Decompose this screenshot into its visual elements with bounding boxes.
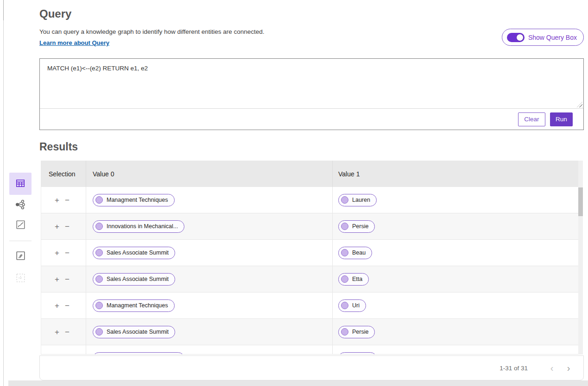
entity-label: Uri <box>352 302 360 309</box>
value1-cell: Beau <box>333 240 582 266</box>
entity-pill[interactable]: Managment Techniques <box>93 299 175 312</box>
custom-view-button <box>9 268 32 289</box>
value0-cell: Managment Techniques <box>86 187 333 213</box>
entity-dot-icon <box>95 249 103 256</box>
entity-pill[interactable]: Uri <box>338 299 366 312</box>
column-header-value1: Value 1 <box>333 161 583 187</box>
run-button[interactable]: Run <box>550 112 573 126</box>
entity-label: Managment Techniques <box>107 197 168 203</box>
table-scrollbar-thumb[interactable] <box>578 187 583 216</box>
selection-cell: + − <box>41 319 86 345</box>
pagination-range: 1-31 of 31 <box>499 365 528 372</box>
selection-cell: + − <box>41 187 86 213</box>
query-input[interactable]: MATCH (e1)<--(e2) RETURN e1, e2 <box>40 59 583 108</box>
value1-cell: Etta <box>333 266 582 292</box>
results-table-body: + − Managment Techniques Lauren + − Inno… <box>41 187 583 355</box>
remove-selection-button[interactable]: − <box>65 355 70 355</box>
entity-label: Sales Associate Summit <box>107 329 169 335</box>
table-row: + − Innovations in Mechanical... Lauren <box>41 345 582 355</box>
entity-pill[interactable]: Managment Techniques <box>93 194 175 206</box>
value0-cell: Sales Associate Summit <box>86 240 333 266</box>
selection-cell: + − <box>41 240 86 266</box>
clear-button[interactable]: Clear <box>518 112 545 126</box>
toggle-switch-icon[interactable] <box>507 33 525 42</box>
query-page: { "header": { "title": "Query", "descrip… <box>0 0 588 386</box>
entity-pill[interactable]: Beau <box>338 247 372 259</box>
graph-view-button[interactable] <box>9 196 32 214</box>
remove-selection-button[interactable]: − <box>65 302 70 310</box>
remove-selection-button[interactable]: − <box>65 328 70 336</box>
value0-cell: Sales Associate Summit <box>86 319 333 345</box>
pagination-prev-icon[interactable]: ‹ <box>544 363 560 373</box>
show-query-box-toggle[interactable]: Show Query Box <box>502 29 584 46</box>
value1-cell: Persie <box>333 319 582 345</box>
entity-label: Innovations in Mechanical... <box>107 223 178 230</box>
pagination-next-icon[interactable]: › <box>560 363 577 373</box>
results-table-header: Selection Value 0 Value 1 <box>41 161 583 187</box>
selection-cell: + − <box>41 266 86 292</box>
entity-dot-icon <box>341 275 348 283</box>
entity-pill[interactable]: Lauren <box>338 194 377 206</box>
remove-selection-button[interactable]: − <box>65 275 70 283</box>
graph-view-icon <box>14 199 26 212</box>
remove-selection-button[interactable]: − <box>65 249 70 257</box>
value1-cell: Lauren <box>333 187 582 213</box>
add-selection-button[interactable]: + <box>55 275 59 283</box>
toggle-knob <box>516 34 524 41</box>
trend-view-button[interactable] <box>9 215 32 236</box>
add-selection-button[interactable]: + <box>55 223 59 230</box>
map-view-button[interactable] <box>9 246 32 267</box>
entity-label: Persie <box>352 329 368 335</box>
add-selection-button[interactable]: + <box>55 355 59 355</box>
entity-label: Sales Associate Summit <box>107 249 169 256</box>
show-query-box-label: Show Query Box <box>528 34 577 41</box>
left-panel-edge-top <box>3 0 4 20</box>
entity-dot-icon <box>341 196 348 204</box>
column-header-value0: Value 0 <box>86 161 333 187</box>
entity-pill[interactable]: Sales Associate Summit <box>93 247 175 259</box>
entity-label: Managment Techniques <box>107 302 168 309</box>
remove-selection-button[interactable]: − <box>65 196 70 204</box>
entity-dot-icon <box>341 302 348 309</box>
entity-dot-icon <box>95 196 103 204</box>
add-selection-button[interactable]: + <box>55 302 59 310</box>
entity-label: Lauren <box>352 197 370 203</box>
add-selection-button[interactable]: + <box>55 249 59 257</box>
learn-more-link[interactable]: Learn more about Query <box>39 39 109 46</box>
entity-pill[interactable]: Sales Associate Summit <box>93 326 175 338</box>
table-view-icon <box>15 178 25 190</box>
value1-cell: Lauren <box>333 345 582 355</box>
entity-dot-icon <box>95 302 103 309</box>
entity-pill[interactable]: Etta <box>338 273 369 286</box>
entity-dot-icon <box>341 328 348 336</box>
entity-pill[interactable]: Innovations in Mechanical... <box>93 352 184 355</box>
entity-pill[interactable]: Sales Associate Summit <box>93 273 175 286</box>
view-rail-divider <box>9 241 32 241</box>
entity-dot-icon <box>95 223 103 230</box>
table-row: + − Innovations in Mechanical... Persie <box>41 213 582 240</box>
entity-label: Sales Associate Summit <box>107 276 169 282</box>
entity-pill[interactable]: Lauren <box>338 352 377 355</box>
value0-cell: Managment Techniques <box>86 293 333 318</box>
entity-pill[interactable]: Innovations in Mechanical... <box>93 220 184 233</box>
entity-label: Etta <box>352 276 362 282</box>
add-selection-button[interactable]: + <box>55 196 59 204</box>
entity-pill[interactable]: Persie <box>338 326 375 338</box>
results-title: Results <box>39 141 78 153</box>
add-selection-button[interactable]: + <box>55 328 59 336</box>
table-scrollbar[interactable] <box>578 161 583 355</box>
entity-dot-icon <box>95 328 103 336</box>
table-view-button[interactable] <box>9 173 32 195</box>
entity-dot-icon <box>341 223 348 230</box>
value0-cell: Sales Associate Summit <box>86 266 333 292</box>
entity-pill[interactable]: Persie <box>338 220 375 233</box>
results-table: Selection Value 0 Value 1 + − Managment … <box>41 161 583 355</box>
results-view-switcher <box>9 173 32 290</box>
value1-cell: Uri <box>333 293 582 318</box>
page-bottom-strip <box>8 380 588 386</box>
query-editor-panel: MATCH (e1)<--(e2) RETURN e1, e2 Clear Ru… <box>39 58 584 130</box>
table-row: + − Managment Techniques Uri <box>41 293 582 319</box>
value1-cell: Persie <box>333 213 582 239</box>
column-header-selection: Selection <box>41 161 86 187</box>
remove-selection-button[interactable]: − <box>65 223 70 230</box>
